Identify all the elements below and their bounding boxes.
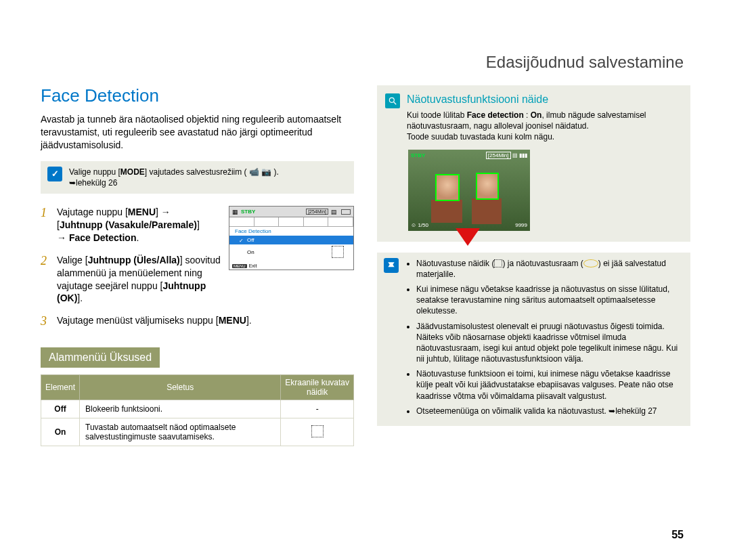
page-ref: ➥lehekülg 26 [69,178,117,188]
t: : [524,110,531,120]
tips-list: Näotuvastuse näidik () ja näotuvastusraa… [405,258,684,421]
step-3: 3 Vajutage menüüst väljumiseks nuppu [ME… [41,314,354,328]
t: On [531,110,542,120]
intro-text: Avastab ja tunneb ära näotaolised objekt… [41,113,354,152]
card-icon: ▤ [512,152,518,158]
osd-screenshot: ▦ STBY [254Min] ▤ Face Detection ✓Off On… [229,206,354,270]
t: Valige [ [57,255,88,265]
t: Valige nuppu [ [69,167,120,177]
t: Vajutage menüüst väljumiseks nuppu [ [57,315,219,326]
exit-label: Exit [249,263,257,268]
menu-option-on: On [229,244,353,259]
cell: Off [54,404,66,414]
time-label: [254Min] [306,209,328,215]
note-icon [384,258,399,273]
list-item: Näotuvastuse funktsioon ei toimi, kui in… [416,368,684,402]
step-number: 3 [41,314,50,328]
t: ] vajutades salvestusrežiim ( [145,167,247,177]
t: Face detection [467,110,524,120]
mode-key: MODE [120,167,145,177]
example-heading: Näotuvastusfunktsiooni näide [407,93,682,106]
chapter-title: Edasijõudnud salvestamine [486,53,684,72]
menu-key: MENU [232,264,247,268]
arrow-down-icon [456,228,480,246]
menu-title: Face Detection [229,227,353,236]
check-icon: ✓ [47,167,62,181]
example-box: Näotuvastusfunktsiooni näide Kui toode l… [377,85,690,242]
frame-icon [583,259,598,267]
video-icon: ▦ [232,209,238,215]
step-2: 2 Valige [Juhtnupp (Üles/Alla)] soovitud… [41,254,223,305]
face-icon [311,425,324,437]
submenu-heading: Alammenüü Üksused [41,347,160,368]
nav-key: Juhtnupp (Vasakule/Paremale) [60,219,197,230]
t: ). [274,167,279,177]
list-item: Näotuvastuse näidik () ja näotuvastusraa… [416,258,684,280]
cell: Blokeerib funktsiooni. [80,400,281,418]
list-item: Jäädvustamisolustest olenevalt ei pruugi… [416,321,684,365]
nav-key: Juhtnupp (Üles/Alla) [88,255,180,265]
sample-photo: STBY [254Min] ▤ ▮▮▮ ☺ 1/50 9999 [408,150,530,231]
svg-line-1 [394,102,397,105]
time-label: [254Min] [486,152,511,159]
cell: On [55,427,66,437]
fd-label: Face Detection [69,232,137,243]
face-frame [476,173,499,200]
magnifier-icon [385,93,400,108]
options-table: Element Seletus Ekraanile kuvatav näidik… [41,374,354,446]
check-icon: ✓ [239,238,244,243]
t: Kui toode lülitab [407,110,467,120]
step-number: 2 [41,254,50,305]
t: Off [247,237,254,243]
menu-key: MENU [219,315,246,326]
mode-note: ✓ Valige nuppu [MODE] vajutades salvestu… [41,161,354,194]
rec-label: 1/50 [418,222,428,228]
step-number: 1 [41,206,50,244]
face-frame [435,174,460,201]
list-item: Otseteemenüüga on võimalik valida ka näo… [416,406,684,416]
cell: Tuvastab automaatselt näod optimaalsete … [80,418,281,446]
t: → [57,232,69,243]
step-1: 1 Vajutage nuppu [MENU] → [Juhtnupp (Vas… [41,206,223,244]
th-desc: Seletus [80,375,281,400]
video-icon: 📹 [249,167,259,177]
t: On [247,249,254,255]
list-item: Kui inimese nägu võetakse kaadrisse ja n… [416,284,684,317]
table-row: On Tuvastab automaatselt näod optimaalse… [41,418,354,446]
t: ] → [156,207,171,217]
stby-label: STBY [411,152,425,158]
mode-note-text: Valige nuppu [MODE] vajutades salvestusr… [69,167,279,188]
shots-label: 9999 [515,222,527,228]
battery-icon [341,209,351,215]
th-element: Element [41,375,80,400]
t: Toode suudab tuvastada kuni kolm nägu. [407,132,554,142]
page-number: 55 [671,529,684,541]
card-icon: ▤ [331,209,337,215]
t: Vajutage nuppu [ [57,207,128,217]
tips-box: Näotuvastuse näidik () ja näotuvastusraa… [377,253,690,426]
t: . [136,232,139,243]
example-text: Kui toode lülitab Face detection : On, i… [407,110,682,143]
battery-icon: ▮▮▮ [519,152,527,158]
section-title: Face Detection [41,85,354,106]
right-column: Näotuvastusfunktsiooni näide Kui toode l… [377,85,690,446]
stby-label: STBY [241,209,255,215]
t: ]. [246,315,252,326]
cell [281,418,354,446]
face-icon [494,259,502,267]
th-indicator: Ekraanile kuvatav näidik [281,375,354,400]
left-column: Face Detection Avastab ja tunneb ära näo… [41,85,354,446]
t: ]. [77,293,83,303]
menu-key: MENU [128,207,156,217]
menu-option-off: ✓Off [229,236,353,244]
t: ) ja näotuvastusraam ( [502,259,583,268]
t: ] [197,219,200,230]
t: Näotuvastuse näidik ( [416,259,494,268]
svg-point-0 [389,98,394,102]
cell: - [281,400,354,418]
face-icon: ☺ [411,222,416,228]
face-icon [332,246,344,258]
camera-icon: 📷 [261,167,271,177]
table-row: Off Blokeerib funktsiooni. - [41,400,354,418]
